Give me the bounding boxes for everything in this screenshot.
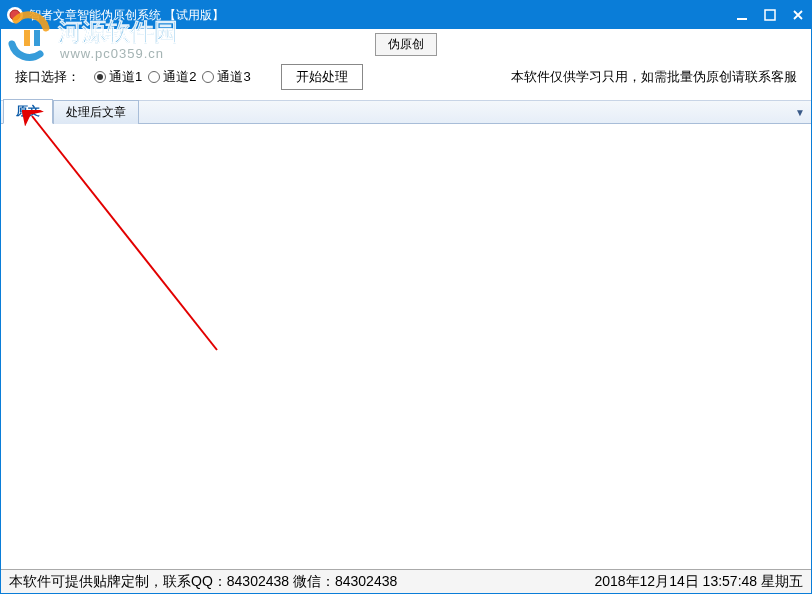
close-button[interactable] (791, 8, 805, 22)
interface-label: 接口选择： (15, 68, 80, 86)
channel-radio-group: 通道1 通道2 通道3 (94, 68, 251, 86)
channel-3-radio[interactable]: 通道3 (202, 68, 250, 86)
controls-row: 接口选择： 通道1 通道2 通道3 开始处理 本软件仅供学习只用，如需批量伪原创… (1, 58, 811, 100)
content-area[interactable] (1, 124, 811, 569)
app-window: 智者文章智能伪原创系统 【试用版】 伪原创 接口选择： 通道1 通道2 (0, 0, 812, 594)
status-contact: 本软件可提供贴牌定制，联系QQ：84302438 微信：84302438 (9, 573, 594, 591)
tab-processed[interactable]: 处理后文章 (53, 100, 139, 124)
svg-point-0 (10, 10, 20, 20)
window-title: 智者文章智能伪原创系统 【试用版】 (29, 7, 735, 24)
usage-note: 本软件仅供学习只用，如需批量伪原创请联系客服 (511, 68, 797, 86)
channel-1-radio[interactable]: 通道1 (94, 68, 142, 86)
app-icon (7, 7, 23, 23)
tab-original[interactable]: 原文 (3, 99, 53, 124)
tab-strip: 原文 处理后文章 ▼ (1, 100, 811, 124)
radio-label: 通道3 (217, 68, 250, 86)
window-controls (735, 8, 805, 22)
start-process-button[interactable]: 开始处理 (281, 64, 363, 90)
minimize-button[interactable] (735, 8, 749, 22)
maximize-button[interactable] (763, 8, 777, 22)
svg-rect-2 (765, 10, 775, 20)
radio-icon (148, 71, 160, 83)
status-datetime: 2018年12月14日 13:57:48 星期五 (594, 573, 803, 591)
radio-label: 通道1 (109, 68, 142, 86)
top-button-row: 伪原创 (1, 29, 811, 58)
tab-dropdown-icon[interactable]: ▼ (789, 107, 811, 118)
pseudo-original-button[interactable]: 伪原创 (375, 33, 437, 56)
channel-2-radio[interactable]: 通道2 (148, 68, 196, 86)
svg-rect-1 (737, 18, 747, 20)
radio-label: 通道2 (163, 68, 196, 86)
radio-icon (94, 71, 106, 83)
statusbar: 本软件可提供贴牌定制，联系QQ：84302438 微信：84302438 201… (1, 569, 811, 593)
radio-icon (202, 71, 214, 83)
titlebar: 智者文章智能伪原创系统 【试用版】 (1, 1, 811, 29)
